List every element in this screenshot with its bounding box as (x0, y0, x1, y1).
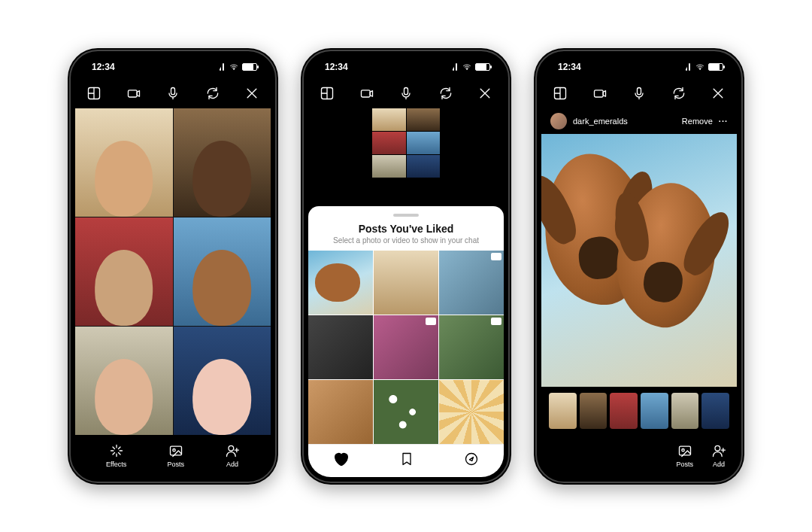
phone-1: 12:34 Effects (68, 48, 278, 485)
bottom-bar: Posts Add (541, 435, 737, 477)
status-time: 12:34 (558, 62, 581, 72)
screen-2: 12:34 Posts You've Liked Selec (308, 56, 504, 477)
participant-tile[interactable] (174, 327, 271, 435)
call-toolbar (541, 78, 737, 108)
post-tile[interactable] (374, 380, 438, 444)
compass-icon (464, 451, 479, 467)
camera-icon (126, 86, 141, 101)
layout-icon (86, 86, 102, 101)
post-tile[interactable] (439, 251, 504, 315)
layout-button[interactable] (552, 85, 568, 102)
participant-tile[interactable] (372, 108, 406, 131)
heart-icon (333, 451, 350, 467)
mic-toggle-button[interactable] (631, 85, 647, 102)
more-options-button[interactable]: ··· (719, 117, 728, 126)
liked-tab[interactable] (333, 451, 350, 470)
posts-label: Posts (676, 461, 693, 468)
participant-tile[interactable] (610, 393, 638, 429)
post-tile[interactable] (374, 315, 438, 379)
switch-camera-button[interactable] (671, 85, 687, 102)
post-grid[interactable] (308, 251, 504, 444)
screen-1: 12:34 Effects (75, 56, 271, 477)
refresh-icon (205, 86, 220, 101)
participant-tile[interactable] (75, 327, 173, 435)
video-badge-icon (491, 253, 501, 260)
effects-button[interactable]: Effects (106, 443, 126, 468)
microphone-icon (632, 86, 647, 101)
media-content (608, 177, 724, 333)
camera-toggle-button[interactable] (359, 85, 375, 102)
video-badge-icon (426, 318, 436, 325)
post-tile[interactable] (439, 315, 504, 379)
sheet-handle[interactable] (393, 214, 419, 217)
close-icon (244, 86, 259, 101)
refresh-icon (671, 86, 686, 101)
participant-tile[interactable] (641, 393, 668, 429)
layout-button[interactable] (86, 85, 102, 102)
close-call-button[interactable] (477, 85, 493, 102)
post-tile[interactable] (308, 315, 373, 379)
add-person-icon (711, 443, 726, 458)
close-call-button[interactable] (710, 85, 726, 102)
sheet-title: Posts You've Liked (308, 223, 504, 235)
camera-toggle-button[interactable] (126, 85, 142, 102)
camera-toggle-button[interactable] (592, 85, 608, 102)
post-tile[interactable] (374, 251, 438, 315)
battery-icon (708, 63, 723, 71)
participant-tile[interactable] (671, 393, 699, 429)
participant-tile[interactable] (549, 393, 577, 429)
battery-icon (475, 63, 490, 71)
participant-tile[interactable] (407, 132, 441, 154)
posts-button[interactable]: Posts (676, 443, 693, 468)
video-badge-icon (491, 318, 501, 325)
photo-icon (677, 443, 692, 458)
mic-toggle-button[interactable] (398, 85, 414, 102)
explore-tab[interactable] (464, 451, 479, 470)
post-tile[interactable] (308, 380, 373, 444)
shared-media-view[interactable] (541, 134, 737, 387)
participant-strip (541, 387, 737, 435)
add-label: Add (713, 461, 725, 468)
remove-media-button[interactable]: Remove (682, 117, 713, 126)
participant-tile[interactable] (407, 155, 441, 178)
status-time: 12:34 (92, 62, 115, 72)
sheet-tabs (308, 444, 504, 477)
post-tile[interactable] (439, 380, 504, 444)
participant-tile[interactable] (407, 108, 441, 131)
bookmark-icon (399, 451, 414, 467)
notch (124, 56, 222, 74)
layout-button[interactable] (319, 85, 335, 102)
close-icon (710, 86, 726, 101)
status-time: 12:34 (325, 62, 348, 72)
participant-tile[interactable] (174, 108, 271, 217)
participant-tile[interactable] (174, 217, 271, 326)
sheet-subtitle: Select a photo or video to show in your … (308, 236, 504, 245)
close-call-button[interactable] (244, 85, 260, 102)
participant-tile[interactable] (372, 132, 406, 154)
posts-sheet: Posts You've Liked Select a photo or vid… (308, 206, 504, 477)
wifi-icon (462, 62, 472, 71)
add-person-button[interactable]: Add (225, 443, 240, 468)
switch-camera-button[interactable] (438, 85, 454, 102)
add-label: Add (226, 461, 238, 468)
author-username[interactable]: dark_emeralds (573, 117, 628, 126)
mic-toggle-button[interactable] (165, 85, 181, 102)
microphone-icon (165, 86, 180, 101)
switch-camera-button[interactable] (205, 85, 221, 102)
posts-button[interactable]: Posts (167, 443, 184, 468)
participant-tile[interactable] (372, 155, 406, 178)
post-tile[interactable] (308, 251, 373, 315)
participant-tile[interactable] (701, 393, 729, 429)
layout-icon (320, 86, 335, 101)
notch (357, 56, 455, 74)
close-icon (477, 86, 492, 101)
add-person-icon (225, 443, 240, 458)
add-person-button[interactable]: Add (711, 443, 726, 468)
participant-tile[interactable] (75, 217, 173, 326)
participant-tile[interactable] (580, 393, 607, 429)
saved-tab[interactable] (399, 451, 414, 470)
shared-media-header: dark_emeralds Remove ··· (541, 108, 737, 134)
participant-tile[interactable] (75, 108, 173, 217)
sparkle-icon (109, 443, 124, 458)
author-avatar[interactable] (550, 113, 567, 129)
